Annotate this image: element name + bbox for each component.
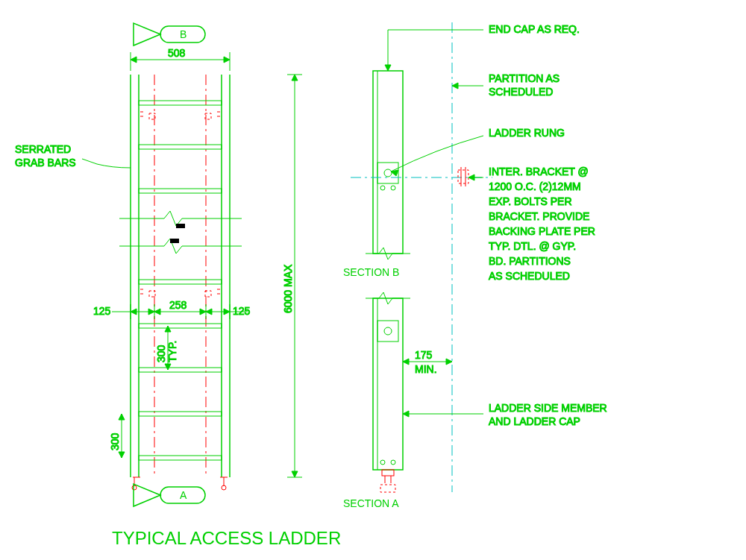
section-b-label: SECTION B	[343, 266, 399, 278]
svg-text:LADDER SIDE MEMBER: LADDER SIDE MEMBER	[489, 402, 607, 414]
dim-300typ: 300 TYP.	[155, 326, 178, 370]
leader-endcap: END CAP AS REQ.	[385, 23, 580, 71]
svg-text:END CAP AS REQ.: END CAP AS REQ.	[489, 23, 580, 35]
svg-rect-18	[139, 412, 222, 416]
section-a	[373, 298, 403, 492]
svg-rect-17	[139, 368, 222, 372]
svg-rect-71	[380, 485, 395, 492]
svg-text:1200 O.C. (2)12MM: 1200 O.C. (2)12MM	[489, 180, 581, 192]
marker-b-label: B	[180, 28, 186, 40]
dim-row: 125 258 125	[93, 299, 251, 319]
leader-sidemember: LADDER SIDE MEMBER AND LADDER CAP	[403, 402, 607, 427]
dim-300bot: 300	[109, 414, 125, 458]
svg-text:300: 300	[109, 432, 121, 450]
leader-partition: PARTITION AS SCHEDULED	[452, 72, 560, 98]
svg-text:AND LADDER CAP: AND LADDER CAP	[489, 415, 580, 427]
svg-text:INTER. BRACKET @: INTER. BRACKET @	[489, 166, 589, 177]
svg-text:SCHEDULED: SCHEDULED	[489, 86, 553, 98]
svg-rect-68	[382, 470, 394, 476]
leader-bracket: INTER. BRACKET @ 1200 O.C. (2)12MM EXP. …	[468, 166, 595, 282]
svg-rect-7	[139, 145, 222, 149]
marker-a-label: A	[180, 489, 187, 501]
dim-508: 508	[131, 47, 230, 71]
svg-text:BACKING PLATE PER: BACKING PLATE PER	[489, 225, 595, 237]
drawing-canvas: B A 508 6000 MAX 125 258	[0, 0, 746, 560]
label-serrated: SERRATED GRAB BARS	[15, 143, 131, 169]
svg-rect-14	[170, 239, 179, 243]
svg-text:BD. PARTITIONS: BD. PARTITIONS	[489, 255, 571, 267]
svg-text:AS SCHEDULED: AS SCHEDULED	[489, 270, 570, 282]
svg-text:300: 300	[155, 345, 167, 362]
svg-text:175: 175	[415, 349, 433, 361]
svg-text:125: 125	[233, 305, 251, 317]
svg-rect-59	[458, 170, 468, 183]
svg-text:LADDER RUNG: LADDER RUNG	[489, 127, 565, 139]
svg-text:GRAB BARS: GRAB BARS	[15, 157, 76, 169]
svg-rect-15	[139, 280, 222, 284]
section-b	[351, 71, 492, 254]
section-marker-a: A	[134, 484, 205, 506]
dim-6000: 6000 MAX	[282, 75, 302, 477]
svg-rect-13	[176, 224, 185, 228]
svg-text:PARTITION AS: PARTITION AS	[489, 72, 560, 84]
dim-175: 175 MIN.	[403, 349, 452, 375]
svg-text:EXP. BOLTS PER: EXP. BOLTS PER	[489, 195, 572, 207]
svg-rect-19	[139, 456, 222, 460]
svg-text:125: 125	[93, 305, 111, 317]
svg-text:TYP.: TYP.	[166, 341, 178, 362]
section-marker-b: B	[134, 23, 205, 45]
svg-rect-8	[139, 189, 222, 193]
svg-text:6000 MAX: 6000 MAX	[282, 264, 294, 313]
svg-text:TYP. DTL. @ GYP.: TYP. DTL. @ GYP.	[489, 240, 576, 252]
section-a-label: SECTION A	[343, 497, 399, 509]
svg-rect-6	[139, 101, 222, 105]
drawing-title: TYPICAL ACCESS LADDER	[112, 528, 341, 548]
svg-text:MIN.: MIN.	[415, 363, 437, 375]
svg-text:258: 258	[169, 299, 187, 311]
svg-text:508: 508	[168, 47, 186, 59]
svg-text:BRACKET.  PROVIDE: BRACKET. PROVIDE	[489, 210, 589, 222]
svg-text:SERRATED: SERRATED	[15, 143, 71, 155]
svg-rect-16	[139, 324, 222, 328]
